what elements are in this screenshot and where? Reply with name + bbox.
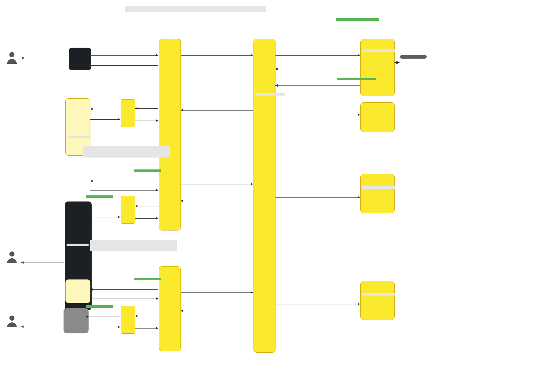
note-status-revoked-3 <box>134 278 161 280</box>
arrow <box>181 184 253 184</box>
lifeline-notifications-bc-1 <box>121 99 135 127</box>
diagram-title <box>125 6 266 12</box>
arrow <box>90 119 120 120</box>
arrow <box>135 108 158 109</box>
arrow <box>21 263 64 263</box>
user-icon <box>5 250 19 264</box>
arrow <box>135 328 158 328</box>
arrow <box>181 292 253 293</box>
user-icon <box>5 314 19 328</box>
arrow <box>90 190 158 191</box>
note-map <box>336 18 379 21</box>
user-icon <box>5 50 19 65</box>
arrow <box>89 55 158 56</box>
arrow <box>275 55 360 56</box>
arrow <box>90 299 158 299</box>
lifeline-participant-lifecycle-2 <box>360 174 395 213</box>
arrow <box>90 109 120 109</box>
note-no-state-kept <box>255 93 285 96</box>
node-pisp <box>64 308 89 333</box>
arrow <box>135 206 158 206</box>
arrow <box>21 58 67 58</box>
lifeline-third-party-api-bc-1 <box>159 39 181 230</box>
note-config-1 <box>362 186 395 189</box>
lifeline-3rd-party-initiated-bc <box>253 39 275 353</box>
lifeline-notifications-bc-3 <box>121 306 135 334</box>
ref-box-2 <box>90 240 177 251</box>
arrow <box>90 289 158 290</box>
arrow <box>181 55 253 56</box>
svg-point-2 <box>9 316 15 321</box>
ref-box-1 <box>83 146 170 158</box>
arrow <box>395 63 399 63</box>
note-status-revoked-1 <box>134 169 161 172</box>
node-dfsp-or-pisp <box>69 48 91 70</box>
svg-point-0 <box>9 52 15 57</box>
arrow <box>89 217 120 217</box>
note-oracle-ext <box>400 55 427 59</box>
diagram-canvas <box>0 0 558 392</box>
arrow <box>181 201 253 201</box>
arrow <box>89 65 158 66</box>
arrow <box>275 197 360 198</box>
arrow <box>181 311 253 311</box>
lifeline-notifications-bc-2 <box>121 196 135 224</box>
arrow <box>275 69 360 69</box>
arrow <box>181 110 253 111</box>
lifeline-third-party-api-bc-2 <box>159 266 181 351</box>
note-status-revoked-2 <box>86 195 113 198</box>
lifeline-auth-authz-2 <box>65 279 90 303</box>
lifeline-account-lookup-bc <box>360 39 395 96</box>
note-status-revoked-4 <box>86 305 113 308</box>
arrow <box>135 316 158 316</box>
note-config-2 <box>362 293 395 296</box>
arrow <box>21 327 63 327</box>
arrow <box>89 207 120 207</box>
arrow <box>86 327 120 327</box>
svg-point-1 <box>9 252 15 257</box>
arrow <box>135 218 158 219</box>
note-update-als-1 <box>67 136 90 138</box>
note-ask-oracle <box>362 49 395 52</box>
lifeline-participant-lifecycle-1 <box>360 102 395 132</box>
arrow <box>90 181 158 181</box>
lifeline-participant-lifecycle-3 <box>360 281 395 320</box>
arrow <box>86 317 120 317</box>
note-update-als-2 <box>67 244 89 246</box>
arrow <box>275 115 360 115</box>
arrow <box>275 304 360 304</box>
arrow <box>135 121 158 121</box>
note-central-auth <box>337 78 376 80</box>
arrow <box>275 85 360 86</box>
